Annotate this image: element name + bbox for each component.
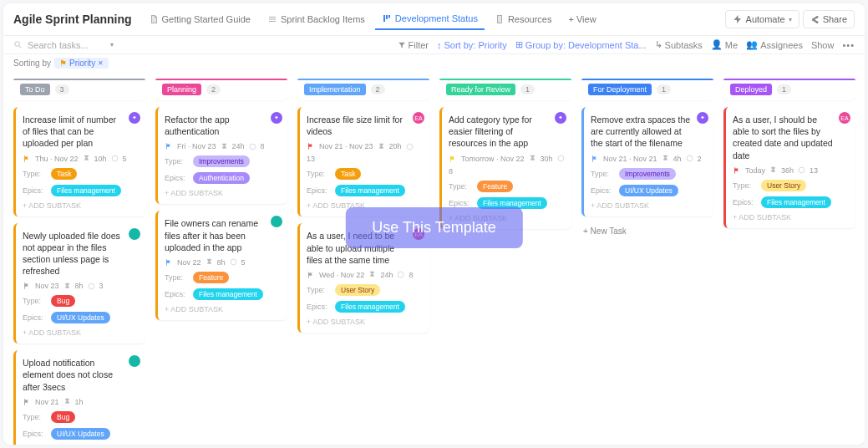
task-meta: Today36h13 [733,166,849,175]
task-card[interactable]: Newly uploaded file does not appear in t… [13,223,145,344]
add-subtask[interactable]: + ADD SUBTASK [165,305,281,313]
task-card[interactable]: ✦ Increase limit of number of files that… [13,107,145,216]
hourglass-icon [368,271,376,278]
column-header[interactable]: Implementation 2 [297,79,429,100]
add-subtask[interactable]: + ADD SUBTASK [449,214,565,222]
add-view[interactable]: + View [561,9,602,29]
svg-point-0 [15,42,20,47]
sort-button[interactable]: ↕ Sort by: Priority [437,40,507,50]
flag-icon [23,398,31,406]
column-count: 1 [520,84,535,94]
type-tag: Task [335,168,361,180]
more-button[interactable]: ••• [842,40,855,50]
task-card[interactable]: File owners can rename files after it ha… [155,211,287,320]
tab-development-status[interactable]: Development Status [375,8,485,30]
task-meta: Nov 211h [23,398,139,406]
column-count: 3 [55,84,69,94]
epic-tag: UI/UX Updates [51,312,110,323]
type-tag: Feature [477,181,513,192]
type-label: Type: [591,170,612,178]
flag-icon [591,155,599,163]
search-input[interactable]: Search tasks... ▾ [13,40,114,50]
close-icon[interactable]: ✕ [98,59,104,67]
toolbar: Search tasks... ▾ Filter ↕ Sort by: Prio… [3,36,865,54]
type-label: Type: [165,273,186,282]
task-title: Increase limit of number of files that c… [23,114,139,150]
avatar[interactable]: ✦ [697,112,708,124]
add-subtask[interactable]: + ADD SUBTASK [307,201,423,210]
hourglass-icon [83,155,90,162]
epic-tag: Files management [477,197,547,209]
task-card[interactable]: ✦ Refactor the app authentication Fri · … [155,107,287,204]
epics-label: Epics: [165,290,186,298]
share-icon [810,15,820,24]
svg-point-3 [89,283,94,289]
column-header[interactable]: To Do 3 [13,79,145,100]
points-icon [798,166,805,174]
avatar[interactable]: ✦ [129,112,140,124]
tab-resources[interactable]: Resources [488,9,559,29]
svg-line-1 [19,46,22,48]
epics-label: Epics: [23,313,44,322]
task-card[interactable]: EA As a user, I need to be able to uploa… [297,223,429,333]
filter-button[interactable]: Filter [398,40,429,50]
subtasks-button[interactable]: ↳ Subtasks [655,39,703,50]
epic-tag: Files management [51,185,121,196]
new-task[interactable]: + New Task [581,223,713,239]
epics-label: Epics: [23,186,44,195]
avatar[interactable]: EA [839,112,850,124]
task-card[interactable]: EA As a user, I should be able to sort t… [723,107,855,228]
group-button[interactable]: ⊞ Group by: Development Sta... [515,39,647,50]
task-card[interactable]: EA Increase file size limit for videos N… [297,107,429,216]
column-header[interactable]: Ready for Review 1 [439,79,571,100]
doc2-icon [495,14,505,24]
automate-button[interactable]: Automate▾ [725,10,799,28]
flag-icon [23,155,31,163]
filter-icon [398,41,406,49]
task-meta: Fri · Nov 2324h8 [165,142,281,150]
hourglass-icon [529,155,536,162]
hourglass-icon [206,258,213,266]
sort-indicator: Sorting by ⚑Priority✕ [3,54,865,72]
column-header[interactable]: Deployed 1 [723,79,855,100]
task-card[interactable]: Upload notification element does not clo… [13,350,145,445]
epics-label: Epics: [733,198,754,206]
avatar[interactable]: EA [413,112,424,124]
board-icon [382,13,392,23]
type-tag: Task [51,168,77,180]
column-header[interactable]: For Deployment 1 [581,79,713,100]
tab-getting-started[interactable]: Getting Started Guide [142,9,257,29]
search-icon [13,40,23,49]
svg-point-6 [407,144,413,150]
avatar[interactable]: ✦ [271,112,282,124]
add-subtask[interactable]: + ADD SUBTASK [307,318,423,326]
avatar[interactable] [129,228,140,240]
show-button[interactable]: Show [811,40,835,50]
svg-point-2 [112,155,118,161]
assignees-button[interactable]: 👥 Assignees [746,39,803,50]
share-button[interactable]: Share [803,10,855,28]
type-label: Type: [307,170,328,178]
add-subtask[interactable]: + ADD SUBTASK [23,328,139,337]
task-card[interactable]: ✦ Remove extra spaces the are currently … [581,107,713,216]
avatar[interactable]: ✦ [555,112,566,124]
column-count: 1 [777,84,791,94]
type-label: Type: [449,182,470,191]
task-card[interactable]: ✦ Add category type for easier filtering… [439,107,571,229]
column-name: To Do [20,84,50,95]
svg-point-8 [558,155,564,161]
flag-icon [165,142,173,150]
add-subtask[interactable]: + ADD SUBTASK [733,213,849,221]
type-tag: Feature [193,272,229,283]
sort-pill[interactable]: ⚑Priority✕ [54,58,109,69]
add-subtask[interactable]: + ADD SUBTASK [23,201,139,210]
task-title: Refactor the app authentication [165,114,281,137]
tab-sprint-backlog[interactable]: Sprint Backlog Items [261,9,372,29]
column-header[interactable]: Planning 2 [155,79,287,100]
add-subtask[interactable]: + ADD SUBTASK [591,201,707,210]
me-button[interactable]: 👤 Me [711,39,738,50]
add-subtask[interactable]: + ADD SUBTASK [165,189,281,197]
svg-point-10 [799,167,805,173]
epic-tag: UI/UX Updates [619,185,678,196]
hourglass-icon [221,143,228,150]
